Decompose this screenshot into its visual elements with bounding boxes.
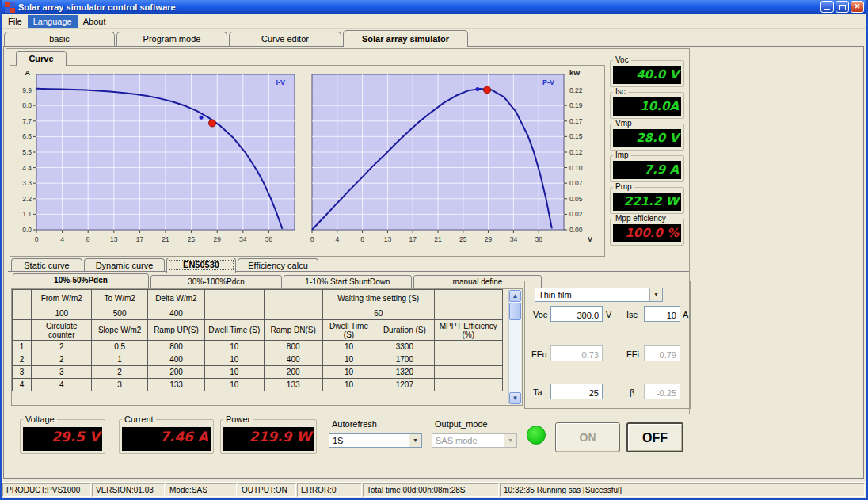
table-cell[interactable]: 800 xyxy=(147,341,204,353)
voc-param-input[interactable] xyxy=(550,306,603,322)
isc-param-input[interactable] xyxy=(644,306,680,322)
table-cell[interactable]: 10 xyxy=(205,353,264,366)
table-cell[interactable]: 2 xyxy=(32,341,92,353)
off-button[interactable]: OFF xyxy=(626,422,683,452)
row-index[interactable]: 3 xyxy=(13,366,32,379)
table-cell[interactable]: 1700 xyxy=(375,353,434,366)
col-to: To W/m2 xyxy=(92,290,147,307)
minimize-button[interactable] xyxy=(820,1,834,13)
menu-about[interactable]: About xyxy=(78,15,112,28)
en-table: From W/m2 To W/m2 Delta W/m2 Waiting tim… xyxy=(12,289,503,391)
chevron-down-icon[interactable]: ▼ xyxy=(409,434,421,447)
scroll-up-button[interactable]: ▲ xyxy=(509,290,521,302)
table-cell[interactable]: 400 xyxy=(147,353,204,366)
col-waiting-time: Waiting time setting (S) xyxy=(322,290,434,307)
maximize-button[interactable] xyxy=(836,1,849,13)
col-duration: Duration (S) xyxy=(375,320,434,341)
col-ramp-up: Ramp UP(S) xyxy=(147,320,204,341)
table-cell[interactable]: 10 xyxy=(205,366,264,379)
power-value: 219.9 W xyxy=(223,427,314,451)
table-cell[interactable]: 0.5 xyxy=(92,341,147,353)
svg-text:0: 0 xyxy=(310,235,314,243)
mpp-efficiency-value: 100.0 % xyxy=(613,224,681,242)
on-button[interactable]: ON xyxy=(555,422,620,452)
imp-meter: Imp 7.9 A xyxy=(610,155,684,182)
menu-file[interactable]: File xyxy=(2,15,28,28)
menu-language[interactable]: Language xyxy=(28,15,78,28)
table-cell[interactable]: 2 xyxy=(92,366,147,379)
voc-meter: Voc 40.0 V xyxy=(610,60,684,87)
table-cell[interactable]: 10 xyxy=(322,379,375,391)
table-cell[interactable]: 1207 xyxy=(375,379,434,391)
scrollbar-thumb[interactable] xyxy=(509,303,521,320)
table-row[interactable]: 44313310133101207 xyxy=(13,379,503,391)
table-cell[interactable] xyxy=(434,341,502,353)
table-cell[interactable]: 3300 xyxy=(375,341,434,353)
table-cell[interactable]: 133 xyxy=(147,379,204,391)
tab-en50530[interactable]: EN50530 xyxy=(166,258,236,273)
table-cell[interactable]: 10 xyxy=(322,341,375,353)
table-cell[interactable]: 800 xyxy=(264,341,322,353)
table-row[interactable]: 120.580010800103300 xyxy=(13,341,503,353)
val-from[interactable]: 100 xyxy=(32,307,92,320)
row-index[interactable]: 4 xyxy=(13,379,32,391)
status-mode: Mode:SAS xyxy=(166,483,237,497)
row-index[interactable]: 2 xyxy=(13,353,32,366)
row-index[interactable]: 1 xyxy=(13,341,32,353)
table-cell[interactable]: 10 xyxy=(322,353,375,366)
tab-manual-define[interactable]: manual define xyxy=(413,275,542,288)
module-type-select[interactable]: Thin film ▼ xyxy=(535,288,663,302)
table-row[interactable]: 33220010200101320 xyxy=(13,366,503,379)
table-cell[interactable]: 3 xyxy=(92,379,147,391)
tab-start-shutdown[interactable]: 1-10% Start ShuntDown xyxy=(284,275,412,288)
tab-efficiency-calcu[interactable]: Efficiency calcu xyxy=(238,258,318,272)
chevron-down-icon[interactable]: ▼ xyxy=(649,288,662,301)
table-row[interactable]: 22140010400101700 xyxy=(13,353,503,366)
close-button[interactable]: ✕ xyxy=(851,1,864,13)
tab-curve-editor[interactable]: Curve editor xyxy=(229,32,341,46)
table-cell[interactable]: 200 xyxy=(147,366,204,379)
table-cell[interactable] xyxy=(434,353,502,366)
table-cell[interactable]: 2 xyxy=(32,353,92,366)
val-waiting-time[interactable]: 60 xyxy=(322,307,434,320)
tab-30-100-pdcn[interactable]: 30%-100%Pdcn xyxy=(150,275,282,288)
tab-dynamic-curve[interactable]: Dynamic curve xyxy=(84,258,165,272)
table-cell[interactable]: 10 xyxy=(205,379,264,391)
table-cell[interactable]: 200 xyxy=(264,366,322,379)
ffi-input xyxy=(644,345,680,361)
val-delta[interactable]: 400 xyxy=(147,307,204,320)
autorefresh-select[interactable]: 1S ▼ xyxy=(329,433,422,448)
table-cell[interactable]: 4 xyxy=(32,379,92,391)
ta-input[interactable] xyxy=(550,384,603,399)
scroll-down-button[interactable]: ▼ xyxy=(509,392,521,404)
tab-10-50-pdcn[interactable]: 10%-50%Pdcn xyxy=(13,273,149,288)
tab-static-curve[interactable]: Static curve xyxy=(11,258,82,272)
col-ramp-dn: Ramp DN(S) xyxy=(264,320,322,341)
table-cell[interactable]: 3 xyxy=(32,366,92,379)
svg-text:4: 4 xyxy=(60,235,64,243)
voc-param-unit: V xyxy=(606,310,611,319)
table-cell[interactable]: 1320 xyxy=(375,366,434,379)
tab-basic[interactable]: basic xyxy=(4,32,115,46)
table-cell[interactable]: 10 xyxy=(205,341,264,353)
val-to[interactable]: 500 xyxy=(92,307,147,320)
tab-program-mode[interactable]: Program mode xyxy=(116,32,227,46)
svg-text:21: 21 xyxy=(434,235,442,243)
table-scrollbar[interactable]: ▲ ▼ xyxy=(508,290,521,404)
table-cell[interactable]: 1 xyxy=(92,353,147,366)
app-icon xyxy=(5,2,15,13)
svg-text:3.3: 3.3 xyxy=(22,179,32,187)
table-cell[interactable]: 133 xyxy=(264,379,322,391)
svg-text:13: 13 xyxy=(384,235,392,243)
tab-solar-array-simulator[interactable]: Solar array simulator xyxy=(343,30,468,47)
table-cell[interactable] xyxy=(434,379,502,391)
beta-label: β xyxy=(630,387,634,397)
table-cell[interactable]: 10 xyxy=(322,366,375,379)
current-value: 7.46 A xyxy=(122,427,211,451)
voltage-label: Voltage xyxy=(23,414,57,424)
col-from: From W/m2 xyxy=(32,290,92,307)
table-cell[interactable] xyxy=(434,366,502,379)
voc-meter-label: Voc xyxy=(613,55,631,64)
table-cell[interactable]: 400 xyxy=(264,353,322,366)
tab-curve[interactable]: Curve xyxy=(16,51,67,66)
